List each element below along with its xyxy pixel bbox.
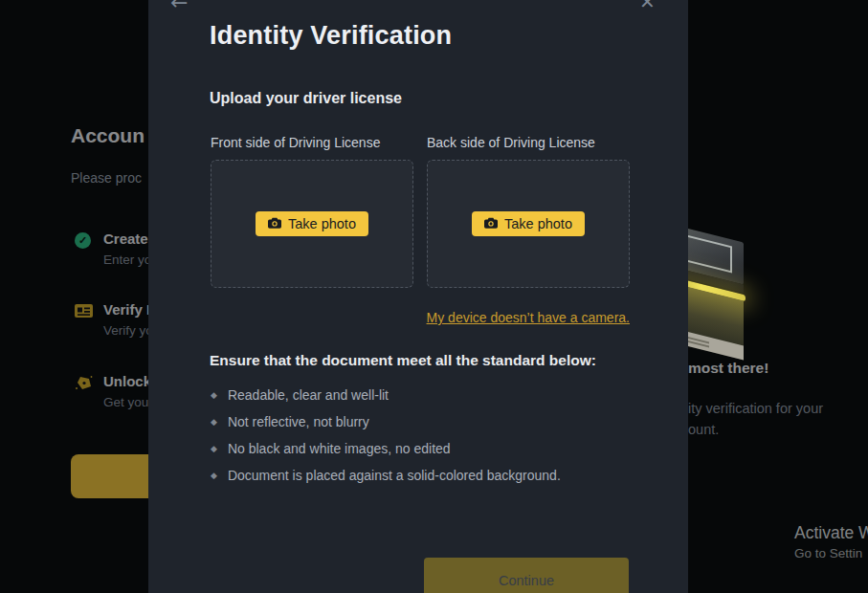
list-item: ◆Readable, clear and well-lit — [211, 382, 561, 408]
standards-heading: Ensure that the document meet all the st… — [210, 352, 596, 369]
modal-title: Identity Verification — [210, 21, 452, 51]
upload-section-heading: Upload your driver license — [210, 90, 402, 107]
close-icon[interactable]: ✕ — [639, 0, 656, 11]
screen: Accoun Please proc ✓ Create Enter yo Ver… — [0, 0, 868, 593]
standards-list: ◆Readable, clear and well-lit ◆Not refle… — [211, 382, 561, 489]
no-camera-link-row: My device doesn’t have a camera. — [211, 309, 630, 326]
list-item: ◆Not reflective, not blurry — [211, 408, 561, 435]
diamond-bullet-icon: ◆ — [211, 417, 217, 427]
front-side-label: Front side of Driving License — [211, 135, 380, 150]
take-photo-label: Take photo — [504, 216, 572, 231]
take-photo-back-button[interactable]: Take photo — [472, 211, 585, 236]
no-camera-link[interactable]: My device doesn’t have a camera. — [427, 310, 630, 325]
front-upload-dropzone[interactable]: Take photo — [211, 160, 413, 288]
diamond-bullet-icon: ◆ — [211, 471, 217, 480]
list-item: ◆No black and white images, no edited — [211, 435, 561, 462]
watermark-line1: Activate W — [794, 523, 868, 543]
diamond-bullet-icon: ◆ — [211, 444, 217, 453]
camera-icon — [268, 216, 281, 231]
continue-button[interactable]: Continue — [424, 558, 629, 593]
back-arrow-icon[interactable]: ← — [170, 0, 188, 13]
back-upload-dropzone[interactable]: Take photo — [427, 160, 630, 288]
diamond-bullet-icon: ◆ — [211, 390, 217, 400]
identity-verification-modal: ← ✕ Identity Verification Upload your dr… — [148, 0, 688, 593]
take-photo-front-button[interactable]: Take photo — [256, 211, 368, 236]
back-side-label: Back side of Driving License — [427, 135, 595, 150]
camera-icon — [484, 216, 498, 231]
windows-activation-watermark: Activate W Go to Settin — [794, 523, 868, 560]
list-item: ◆Document is placed against a solid-colo… — [211, 462, 561, 489]
watermark-line2: Go to Settin — [794, 546, 868, 560]
take-photo-label: Take photo — [288, 216, 356, 231]
